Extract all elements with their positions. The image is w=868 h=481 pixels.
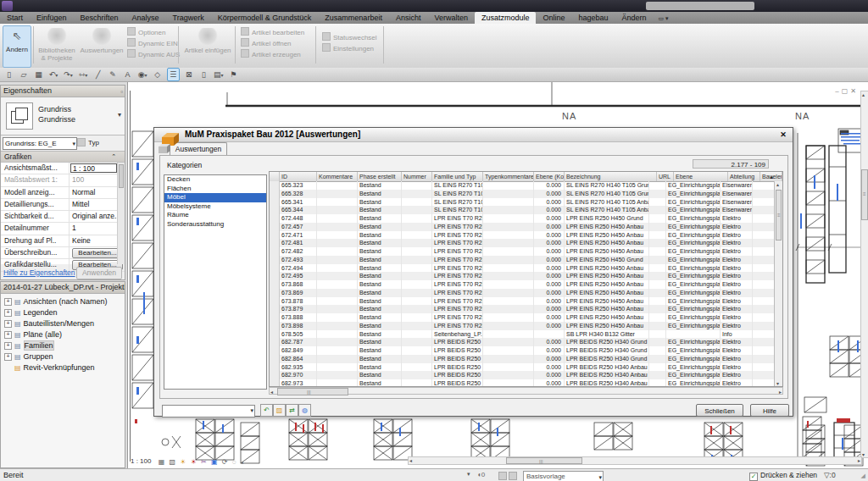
restore-icon[interactable]: ▢ <box>842 87 851 95</box>
redo-icon[interactable]: ↷▾ <box>63 68 74 82</box>
category-item[interactable]: Sonderausstattung <box>164 220 266 229</box>
ribbon-tab[interactable]: Analyse <box>125 12 166 24</box>
thin-lines-icon[interactable]: ▤▾ <box>213 68 224 82</box>
categories-listbox[interactable]: DeckenFlächenMöbelMöbelsystemeRäumeSonde… <box>164 174 267 390</box>
measure-icon[interactable]: ⇿▾ <box>78 68 89 82</box>
tree-item[interactable]: +▤Familien <box>1 340 125 351</box>
edit-article-button[interactable]: Artikel bearbeiten <box>241 27 304 38</box>
table-row[interactable]: 673.888 Bestand LPR EINS T70 R25... 0.00… <box>270 313 775 322</box>
project-browser-header[interactable]: 2014-01-27 Lübeck_DP.rvt - Projektb...▫ <box>1 282 125 294</box>
ribbon-tab[interactable]: Beschriften <box>74 12 125 24</box>
view-window-controls[interactable]: ‒▢✕ <box>835 87 859 95</box>
help-button[interactable]: Hilfe <box>750 404 789 417</box>
section-icon[interactable]: ▯ <box>198 68 209 81</box>
save-icon[interactable]: ▦ <box>33 68 44 81</box>
table-row[interactable]: 665.323 Bestand SL EINS R270 T10... 0.00… <box>270 181 775 190</box>
graphics-section-header[interactable]: Grafiken⌃ <box>1 152 125 163</box>
press-drag-checkbox[interactable]: ✓Drücken & ziehen <box>749 471 817 481</box>
table-row[interactable]: 673.868 Bestand LPR EINS T70 R25... 0.00… <box>270 280 775 289</box>
detail-level-icon[interactable]: ▦ <box>159 457 165 467</box>
collapse-icon[interactable]: ⌃ <box>111 152 116 162</box>
ribbon-tab[interactable]: Einfügen <box>30 12 74 24</box>
table-row[interactable]: 673.879 Bestand LPR EINS T70 R25... 0.00… <box>270 305 775 313</box>
properties-scrollbar[interactable] <box>117 163 125 264</box>
expand-icon[interactable]: + <box>4 298 12 306</box>
category-item[interactable]: Decken <box>164 175 266 185</box>
ribbon-tab[interactable]: Verwalten <box>427 12 475 24</box>
property-row[interactable]: Modell anzeig...Normal <box>1 187 125 199</box>
resize-grip-icon[interactable]: ◢ <box>861 473 865 479</box>
tree-item[interactable]: +▤Gruppen <box>1 351 125 362</box>
table-row[interactable]: 665.344 Bestand SL EINS R270 T10... 0.00… <box>270 206 775 214</box>
application-menu-icon[interactable] <box>2 1 13 11</box>
table-row[interactable]: 682.849 Bestand LPR BEIDS R250 ... 0.000… <box>270 346 775 355</box>
tree-item[interactable]: +▤Legenden <box>1 307 125 318</box>
show-crop-region-icon[interactable]: ▣ <box>211 457 218 467</box>
category-item[interactable]: Möbel <box>164 193 266 202</box>
design-options-select[interactable]: Basisvorlage▾ <box>523 471 604 481</box>
table-row[interactable]: 682.973 Bestand LPR BEIDS R250 ... 0.000… <box>270 379 775 386</box>
dynamic-on-button[interactable]: Dynamic EIN <box>127 38 180 49</box>
tag-icon[interactable]: ◉▾ <box>137 68 148 82</box>
edit-overrides-button[interactable]: Bearbeiten... <box>72 248 123 258</box>
new-file-icon[interactable]: ▯ <box>3 68 14 81</box>
apply-button[interactable]: Anwenden <box>76 267 122 279</box>
table-row[interactable]: 665.341 Bestand SL EINS R270 T10... 0.00… <box>270 198 775 207</box>
ribbon-tab[interactable]: Körpermodell & Grundstück <box>211 12 319 24</box>
create-article-button[interactable]: Artikel erzeugen <box>241 49 304 60</box>
table-row[interactable]: 673.869 Bestand LPR EINS T70 R25... 0.00… <box>270 289 775 297</box>
transfer-icon[interactable]: ⇄ <box>286 404 298 417</box>
expand-icon[interactable]: + <box>4 342 12 350</box>
shadows-icon[interactable]: ☀ <box>191 457 197 467</box>
insert-article-button[interactable]: Artikel einfügen <box>183 25 232 66</box>
property-row[interactable]: Drehung auf Pl..Keine <box>1 235 125 247</box>
reveal-hidden-icon[interactable]: ◌ <box>232 457 236 467</box>
table-row[interactable]: 682.787 Bestand LPR BEIDS R250 ... 0.000… <box>270 338 775 346</box>
editable-only-icon[interactable]: ◖0 <box>477 471 485 478</box>
ribbon-tab[interactable]: Online <box>536 12 571 24</box>
table-row[interactable]: 672.494 Bestand LPR EINS T70 R25... 0.00… <box>270 264 775 273</box>
worksets-caret-icon[interactable]: ▾ <box>467 471 470 478</box>
region-icon[interactable]: ◇ <box>152 68 163 81</box>
dialog-close-icon[interactable]: ✕ <box>777 130 789 140</box>
table-row[interactable]: 665.328 Bestand SL EINS R270 T10... 0.00… <box>270 190 775 198</box>
property-row[interactable]: Detaillierungs...Mittel <box>1 199 125 211</box>
ribbon-tab[interactable]: Ansicht <box>389 12 428 24</box>
browser-options-icon[interactable]: ▫ <box>120 283 123 294</box>
settings-button[interactable]: Einstellungen <box>322 43 377 54</box>
ribbon-tab[interactable]: hagebau <box>571 12 615 24</box>
type-selector-preview[interactable]: GrundrissGrundrisse ▾ <box>1 97 125 135</box>
sun-path-icon[interactable]: ☀ <box>180 457 186 467</box>
expand-icon[interactable]: + <box>4 353 12 361</box>
ribbon-tab[interactable]: Start <box>0 12 30 24</box>
property-row[interactable]: Ansichtsmaßst...1 : 100 <box>1 163 125 174</box>
modify-button[interactable]: ⇖Ändern <box>3 25 31 68</box>
category-item[interactable]: Räume <box>164 211 266 220</box>
ribbon-tab[interactable]: Zusammenarbeit <box>318 12 389 24</box>
ribbon-state-toggle-icon[interactable]: ▭ ▾ <box>659 13 677 25</box>
category-item[interactable]: Flächen <box>164 185 266 194</box>
folder-icon[interactable]: ▨ <box>273 404 286 417</box>
chevron-down-icon[interactable]: ▾ <box>118 111 121 119</box>
customize-qat-icon[interactable]: ⚑ <box>228 68 239 81</box>
visual-style-icon[interactable]: ▧ <box>170 457 176 467</box>
table-row[interactable]: 672.448 Bestand LPR EINS T70 R25... 0.00… <box>270 214 775 223</box>
close-view-icon[interactable]: ✕ <box>850 87 859 95</box>
table-row[interactable]: 682.970 Bestand LPR BEIDS R250 ... 0.000… <box>270 371 775 379</box>
table-row[interactable]: 682.864 Bestand LPR BEIDS R250 ... 0.000… <box>270 355 775 363</box>
analysis-display-icon[interactable]: ◂ <box>241 457 243 467</box>
properties-help-link[interactable]: Hilfe zu Eigenschaften <box>3 268 75 277</box>
ribbon-tab[interactable]: Tragwerk <box>166 12 211 24</box>
property-row[interactable]: Überschreibun...Bearbeiten... <box>1 247 125 259</box>
ribbon-tab[interactable]: Zusatzmodule <box>475 12 537 24</box>
table-horizontal-scrollbar[interactable]: ◂ ||| ▸ <box>269 387 783 395</box>
close-dialog-button[interactable]: Schließen <box>696 404 743 417</box>
temporary-hide-icon[interactable]: ⟳ <box>222 457 228 467</box>
table-row[interactable]: 678.505 Bestand Seitenbehang_LP... SB LP… <box>270 330 775 339</box>
drawing-horizontal-scrollbar[interactable]: ◂ ||| ▸ <box>408 456 862 465</box>
drawing-vertical-scrollbar[interactable]: ▴ ≡ ▾ <box>860 91 868 458</box>
properties-options-icon[interactable]: ▫ <box>120 86 123 97</box>
property-row[interactable]: Detailnummer1 <box>1 223 125 235</box>
aligned-dimension-icon[interactable]: ╱ <box>92 68 103 81</box>
options-button[interactable]: Optionen <box>127 27 180 38</box>
